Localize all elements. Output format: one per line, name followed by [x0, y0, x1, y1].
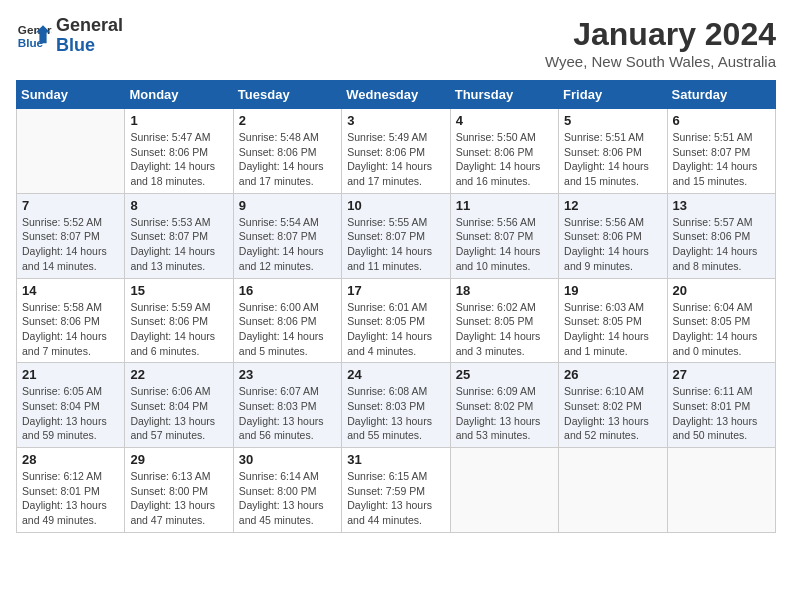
calendar-day-cell: 5Sunrise: 5:51 AM Sunset: 8:06 PM Daylig…	[559, 109, 667, 194]
day-number: 15	[130, 283, 227, 298]
day-number: 2	[239, 113, 336, 128]
day-info: Sunrise: 6:13 AM Sunset: 8:00 PM Dayligh…	[130, 469, 227, 528]
calendar-day-cell: 21Sunrise: 6:05 AM Sunset: 8:04 PM Dayli…	[17, 363, 125, 448]
day-info: Sunrise: 6:12 AM Sunset: 8:01 PM Dayligh…	[22, 469, 119, 528]
day-number: 18	[456, 283, 553, 298]
calendar-header-monday: Monday	[125, 81, 233, 109]
day-info: Sunrise: 5:56 AM Sunset: 8:07 PM Dayligh…	[456, 215, 553, 274]
calendar-day-cell: 28Sunrise: 6:12 AM Sunset: 8:01 PM Dayli…	[17, 448, 125, 533]
calendar-header-saturday: Saturday	[667, 81, 775, 109]
day-number: 30	[239, 452, 336, 467]
calendar-header-row: SundayMondayTuesdayWednesdayThursdayFrid…	[17, 81, 776, 109]
calendar-table: SundayMondayTuesdayWednesdayThursdayFrid…	[16, 80, 776, 533]
calendar-day-cell	[667, 448, 775, 533]
day-info: Sunrise: 6:07 AM Sunset: 8:03 PM Dayligh…	[239, 384, 336, 443]
day-number: 4	[456, 113, 553, 128]
calendar-header-friday: Friday	[559, 81, 667, 109]
day-number: 28	[22, 452, 119, 467]
day-number: 19	[564, 283, 661, 298]
title-block: January 2024 Wyee, New South Wales, Aust…	[545, 16, 776, 70]
calendar-header-sunday: Sunday	[17, 81, 125, 109]
day-info: Sunrise: 5:54 AM Sunset: 8:07 PM Dayligh…	[239, 215, 336, 274]
day-number: 12	[564, 198, 661, 213]
calendar-week-row: 28Sunrise: 6:12 AM Sunset: 8:01 PM Dayli…	[17, 448, 776, 533]
calendar-day-cell: 2Sunrise: 5:48 AM Sunset: 8:06 PM Daylig…	[233, 109, 341, 194]
calendar-week-row: 14Sunrise: 5:58 AM Sunset: 8:06 PM Dayli…	[17, 278, 776, 363]
logo-blue: Blue	[56, 35, 95, 55]
calendar-day-cell: 26Sunrise: 6:10 AM Sunset: 8:02 PM Dayli…	[559, 363, 667, 448]
calendar-day-cell: 12Sunrise: 5:56 AM Sunset: 8:06 PM Dayli…	[559, 193, 667, 278]
day-info: Sunrise: 5:51 AM Sunset: 8:07 PM Dayligh…	[673, 130, 770, 189]
day-info: Sunrise: 6:02 AM Sunset: 8:05 PM Dayligh…	[456, 300, 553, 359]
calendar-day-cell: 9Sunrise: 5:54 AM Sunset: 8:07 PM Daylig…	[233, 193, 341, 278]
calendar-day-cell: 22Sunrise: 6:06 AM Sunset: 8:04 PM Dayli…	[125, 363, 233, 448]
calendar-day-cell: 27Sunrise: 6:11 AM Sunset: 8:01 PM Dayli…	[667, 363, 775, 448]
calendar-day-cell: 18Sunrise: 6:02 AM Sunset: 8:05 PM Dayli…	[450, 278, 558, 363]
day-info: Sunrise: 5:57 AM Sunset: 8:06 PM Dayligh…	[673, 215, 770, 274]
day-number: 6	[673, 113, 770, 128]
day-number: 3	[347, 113, 444, 128]
day-number: 29	[130, 452, 227, 467]
day-number: 25	[456, 367, 553, 382]
calendar-day-cell: 3Sunrise: 5:49 AM Sunset: 8:06 PM Daylig…	[342, 109, 450, 194]
calendar-header-wednesday: Wednesday	[342, 81, 450, 109]
day-info: Sunrise: 5:52 AM Sunset: 8:07 PM Dayligh…	[22, 215, 119, 274]
calendar-day-cell: 29Sunrise: 6:13 AM Sunset: 8:00 PM Dayli…	[125, 448, 233, 533]
calendar-day-cell: 8Sunrise: 5:53 AM Sunset: 8:07 PM Daylig…	[125, 193, 233, 278]
page-header: General Blue General Blue January 2024 W…	[16, 16, 776, 70]
calendar-day-cell	[559, 448, 667, 533]
calendar-day-cell: 7Sunrise: 5:52 AM Sunset: 8:07 PM Daylig…	[17, 193, 125, 278]
calendar-day-cell: 17Sunrise: 6:01 AM Sunset: 8:05 PM Dayli…	[342, 278, 450, 363]
calendar-day-cell	[17, 109, 125, 194]
day-info: Sunrise: 6:06 AM Sunset: 8:04 PM Dayligh…	[130, 384, 227, 443]
calendar-day-cell: 13Sunrise: 5:57 AM Sunset: 8:06 PM Dayli…	[667, 193, 775, 278]
calendar-week-row: 7Sunrise: 5:52 AM Sunset: 8:07 PM Daylig…	[17, 193, 776, 278]
calendar-day-cell: 19Sunrise: 6:03 AM Sunset: 8:05 PM Dayli…	[559, 278, 667, 363]
day-info: Sunrise: 5:50 AM Sunset: 8:06 PM Dayligh…	[456, 130, 553, 189]
day-number: 27	[673, 367, 770, 382]
day-number: 14	[22, 283, 119, 298]
day-info: Sunrise: 6:11 AM Sunset: 8:01 PM Dayligh…	[673, 384, 770, 443]
day-info: Sunrise: 5:58 AM Sunset: 8:06 PM Dayligh…	[22, 300, 119, 359]
day-number: 17	[347, 283, 444, 298]
logo-text: General Blue	[56, 16, 123, 56]
calendar-day-cell: 1Sunrise: 5:47 AM Sunset: 8:06 PM Daylig…	[125, 109, 233, 194]
subtitle: Wyee, New South Wales, Australia	[545, 53, 776, 70]
calendar-day-cell: 4Sunrise: 5:50 AM Sunset: 8:06 PM Daylig…	[450, 109, 558, 194]
calendar-day-cell	[450, 448, 558, 533]
day-info: Sunrise: 6:08 AM Sunset: 8:03 PM Dayligh…	[347, 384, 444, 443]
day-info: Sunrise: 5:49 AM Sunset: 8:06 PM Dayligh…	[347, 130, 444, 189]
day-number: 13	[673, 198, 770, 213]
logo: General Blue General Blue	[16, 16, 123, 56]
day-number: 1	[130, 113, 227, 128]
calendar-day-cell: 30Sunrise: 6:14 AM Sunset: 8:00 PM Dayli…	[233, 448, 341, 533]
day-number: 16	[239, 283, 336, 298]
day-number: 8	[130, 198, 227, 213]
day-info: Sunrise: 6:15 AM Sunset: 7:59 PM Dayligh…	[347, 469, 444, 528]
day-number: 24	[347, 367, 444, 382]
main-title: January 2024	[545, 16, 776, 53]
calendar-day-cell: 16Sunrise: 6:00 AM Sunset: 8:06 PM Dayli…	[233, 278, 341, 363]
calendar-day-cell: 24Sunrise: 6:08 AM Sunset: 8:03 PM Dayli…	[342, 363, 450, 448]
day-info: Sunrise: 5:53 AM Sunset: 8:07 PM Dayligh…	[130, 215, 227, 274]
day-info: Sunrise: 6:14 AM Sunset: 8:00 PM Dayligh…	[239, 469, 336, 528]
day-info: Sunrise: 5:55 AM Sunset: 8:07 PM Dayligh…	[347, 215, 444, 274]
logo-icon: General Blue	[16, 18, 52, 54]
logo-general: General	[56, 15, 123, 35]
day-info: Sunrise: 5:47 AM Sunset: 8:06 PM Dayligh…	[130, 130, 227, 189]
day-info: Sunrise: 6:09 AM Sunset: 8:02 PM Dayligh…	[456, 384, 553, 443]
day-info: Sunrise: 6:10 AM Sunset: 8:02 PM Dayligh…	[564, 384, 661, 443]
day-info: Sunrise: 6:01 AM Sunset: 8:05 PM Dayligh…	[347, 300, 444, 359]
day-number: 9	[239, 198, 336, 213]
calendar-day-cell: 14Sunrise: 5:58 AM Sunset: 8:06 PM Dayli…	[17, 278, 125, 363]
calendar-day-cell: 31Sunrise: 6:15 AM Sunset: 7:59 PM Dayli…	[342, 448, 450, 533]
day-number: 26	[564, 367, 661, 382]
day-number: 21	[22, 367, 119, 382]
calendar-day-cell: 23Sunrise: 6:07 AM Sunset: 8:03 PM Dayli…	[233, 363, 341, 448]
calendar-day-cell: 10Sunrise: 5:55 AM Sunset: 8:07 PM Dayli…	[342, 193, 450, 278]
calendar-day-cell: 11Sunrise: 5:56 AM Sunset: 8:07 PM Dayli…	[450, 193, 558, 278]
day-number: 5	[564, 113, 661, 128]
day-number: 10	[347, 198, 444, 213]
day-number: 31	[347, 452, 444, 467]
day-number: 11	[456, 198, 553, 213]
